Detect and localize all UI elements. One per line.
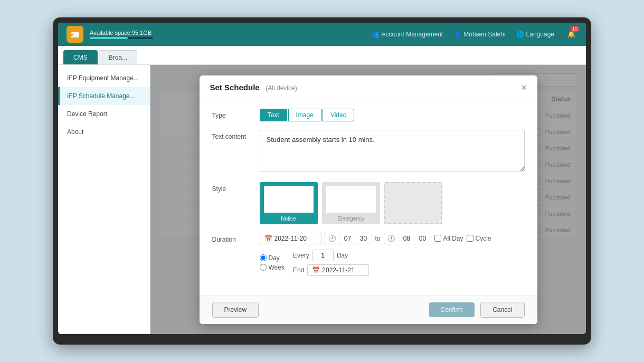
cycle-checkbox[interactable] <box>467 235 473 242</box>
type-btn-text[interactable]: Text <box>260 109 287 121</box>
nav-tabs: CMS Broa... <box>58 46 586 65</box>
type-btn-image[interactable]: Image <box>288 109 321 121</box>
all-day-label: All Day <box>443 235 463 242</box>
set-schedule-modal: Set Schedule (All device) × Type <box>200 75 537 324</box>
every-label: Every <box>293 252 309 259</box>
end-min-input[interactable] <box>415 233 431 244</box>
style-card-custom[interactable] <box>384 182 442 224</box>
modal-header: Set Schedule (All device) × <box>200 75 537 100</box>
every-row: Every Day <box>293 250 369 261</box>
tab-cms[interactable]: CMS <box>63 50 98 64</box>
text-content-label: Text content <box>212 130 260 140</box>
app-logo <box>67 26 83 43</box>
end-row: End 📅 <box>293 264 369 276</box>
storage-info: Available space:95.1GB <box>90 30 371 39</box>
duration-label: Duration <box>212 233 260 243</box>
end-date-input[interactable] <box>322 266 364 274</box>
style-label: Style <box>212 182 260 193</box>
language-selector[interactable]: 🌐 Language <box>516 31 554 38</box>
type-row: Type Text Image Video <box>212 109 525 121</box>
modal-subtitle: (All device) <box>266 84 297 92</box>
type-btn-video[interactable]: Video <box>323 109 354 121</box>
type-label: Type <box>212 109 260 119</box>
sidebar-item-ifp-equipment[interactable]: IFP Equipment Manage... <box>58 69 150 87</box>
every-unit-label: Day <box>337 252 348 259</box>
user-profile-link[interactable]: 👤 Mohsen Salehi <box>453 31 505 38</box>
day-radio-label: Day <box>269 254 280 262</box>
style-card-notice[interactable]: Notice <box>260 182 318 224</box>
preview-button[interactable]: Preview <box>212 302 259 318</box>
cancel-button[interactable]: Cancel <box>480 302 524 318</box>
sidebar-item-device-report[interactable]: Device Report <box>58 105 150 123</box>
modal-body: Type Text Image Video <box>200 100 537 295</box>
start-date-input[interactable] <box>274 235 317 242</box>
user-icon: 👤 <box>453 31 461 38</box>
style-emergency-label: Emergency <box>323 216 379 222</box>
account-management-link[interactable]: 👥 Account Management <box>371 31 443 38</box>
sidebar-item-about[interactable]: About <box>58 123 150 141</box>
end-label: End <box>293 266 304 274</box>
text-content-input[interactable]: Student assembly starts in 10 mins. <box>260 130 525 172</box>
clock-icon-start: 🕐 <box>325 233 340 244</box>
end-time-input-group: 🕐 <box>384 233 431 244</box>
cycle-wrap: Cycle <box>467 235 491 242</box>
confirm-button[interactable]: Confirm <box>429 302 475 317</box>
style-card-emergency[interactable]: Emergency <box>322 182 380 224</box>
style-row: Style Notice <box>212 182 525 224</box>
every-value-input[interactable] <box>312 250 334 261</box>
radio-day: Day <box>260 254 285 262</box>
start-min-input[interactable] <box>356 233 372 244</box>
end-date-input-wrap: 📅 <box>307 264 369 276</box>
tab-broadcast[interactable]: Broa... <box>99 50 137 64</box>
main-content: 🔍 Search Status dolor Published <box>150 65 586 334</box>
radio-week: Week <box>260 264 285 271</box>
type-button-group: Text Image Video <box>260 109 525 121</box>
account-icon: 👥 <box>371 31 379 38</box>
sidebar-item-ifp-schedule[interactable]: IFP Schedule Manage... <box>58 87 150 105</box>
clock-icon-end: 🕐 <box>384 233 399 244</box>
calendar-icon: 📅 <box>264 235 272 242</box>
notification-bell[interactable]: 🔔 10 <box>565 28 577 41</box>
modal-title: Set Schedule <box>210 83 260 92</box>
notification-badge: 10 <box>570 26 580 32</box>
duration-row: Duration 📅 🕐 <box>212 233 525 276</box>
end-hour-input[interactable] <box>399 233 415 244</box>
text-content-row: Text content Student assembly starts in … <box>212 130 525 174</box>
modal-close-button[interactable]: × <box>521 83 527 92</box>
style-notice-label: Notice <box>261 216 317 222</box>
topbar-actions: 👥 Account Management 👤 Mohsen Salehi 🌐 L… <box>371 28 577 41</box>
radio-day-input[interactable] <box>260 254 267 261</box>
sidebar: IFP Equipment Manage... IFP Schedule Man… <box>58 65 150 334</box>
all-day-checkbox[interactable] <box>434 235 441 242</box>
start-date-input-wrap: 📅 <box>260 233 321 244</box>
globe-icon: 🌐 <box>516 31 524 38</box>
topbar: Available space:95.1GB 👥 Account Managem… <box>58 23 586 46</box>
to-label: to <box>375 235 381 242</box>
modal-overlay: Set Schedule (All device) × Type <box>150 65 586 334</box>
all-day-wrap: All Day <box>434 235 463 242</box>
modal-footer: Preview Confirm Cancel <box>200 295 537 324</box>
radio-week-input[interactable] <box>260 264 267 271</box>
cycle-label: Cycle <box>476 235 491 242</box>
style-card-group: Notice Emergency <box>260 182 525 224</box>
calendar-icon-end: 📅 <box>312 266 320 274</box>
start-time-input-group: 🕐 <box>325 233 372 244</box>
start-hour-input[interactable] <box>340 233 356 244</box>
week-radio-label: Week <box>269 264 285 271</box>
